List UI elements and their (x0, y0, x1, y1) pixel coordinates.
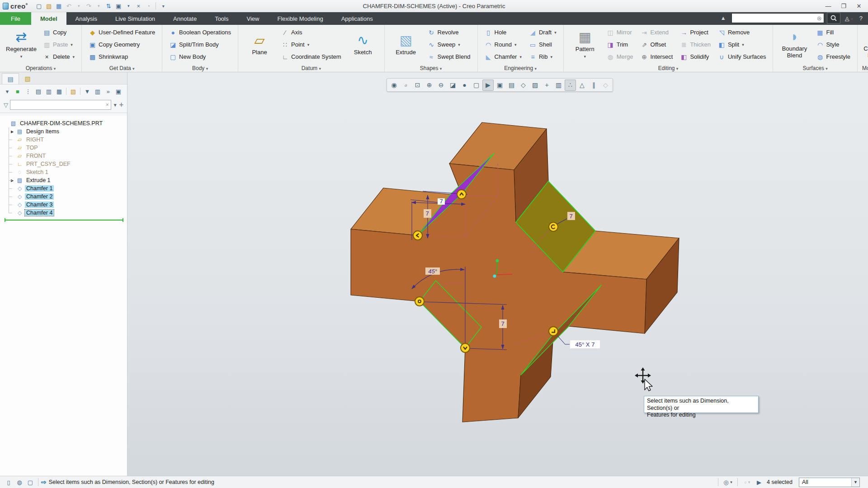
ribbon-button-axis[interactable]: ∕Axis (278, 26, 344, 38)
handle-origin[interactable] (415, 297, 424, 306)
new-file-icon[interactable]: ▢ (34, 1, 43, 10)
tab-applications[interactable]: Applications (332, 12, 382, 25)
tree-item-chamfer-2[interactable]: ◇Chamfer 2 (3, 192, 127, 201)
tab-tools[interactable]: Tools (206, 12, 237, 25)
ribbon-button-sketch[interactable]: ∿Sketch (345, 26, 381, 62)
dim-top-right[interactable]: 7 (569, 213, 572, 220)
ribbon-button-shrinkwrap[interactable]: ▩Shrinkwrap (85, 51, 158, 63)
design-review-icon[interactable]: ◔ (144, 1, 153, 10)
dim-br-label[interactable]: 45° X 7 (576, 341, 595, 348)
ribbon-button-unify-surfaces[interactable]: ∪Unify Surfaces (715, 51, 769, 63)
dim-angle-bl[interactable]: 45° (428, 268, 437, 275)
ribbon-button-project[interactable]: →Project (677, 26, 714, 38)
ribbon-button-fill[interactable]: ▦Fill (813, 26, 853, 38)
tree-columns-icon[interactable]: ▦ (55, 86, 64, 96)
ribbon-button-coordinate-system[interactable]: ∟Coordinate System (278, 51, 344, 63)
ribbon-button-hole[interactable]: ▯Hole (481, 26, 525, 38)
tree-filter-icon[interactable]: ▼ (83, 86, 92, 96)
combo-dropdown-icon[interactable]: ▼ (851, 478, 859, 487)
ribbon-button-plane[interactable]: ▱Plane (242, 26, 277, 62)
ribbon-button-draft[interactable]: ◢Draft▾ (526, 26, 560, 38)
help-button[interactable]: ? (858, 15, 864, 22)
find-icon[interactable]: ◎ ▾ (723, 478, 733, 487)
ribbon-button-new-body[interactable]: ▢New Body (166, 51, 234, 63)
ribbon-button-split-trim-body[interactable]: ◪Split/Trim Body (166, 38, 234, 51)
expand-tree-icon[interactable]: ▥ (44, 86, 53, 96)
insertion-indicator[interactable] (3, 218, 127, 222)
ribbon-button-offset[interactable]: ⇗Offset (637, 38, 676, 51)
ribbon-button-remove[interactable]: ◹Remove (715, 26, 769, 38)
add-filter-button[interactable]: + (119, 101, 123, 109)
ribbon-button-trim[interactable]: ◨Trim (604, 38, 637, 51)
graphics-area[interactable]: ◉◕⊡⊕⊖◪●▢▶▣▤◇▨+▥∴△∥◇ (127, 72, 868, 476)
save-icon[interactable]: ▦ (54, 1, 63, 10)
minimize-button[interactable]: — (822, 1, 835, 10)
ribbon-button-rib[interactable]: ≡Rib▾ (526, 51, 560, 63)
tree-item-extrude-1[interactable]: ▶▧Extrude 1 (3, 176, 127, 184)
filter-dropdown-icon[interactable]: ▼ (113, 103, 118, 108)
group-label-operations[interactable]: Operations ▾ (0, 65, 81, 71)
ribbon-button-copy[interactable]: ▤Copy (40, 26, 78, 38)
ribbon-button-extrude[interactable]: ▧Extrude (388, 26, 424, 62)
group-label-model-intent[interactable]: Model Intent ▾ (858, 65, 868, 71)
ribbon-button-component-interface[interactable]: ▣Component Interface (861, 26, 868, 62)
dropdown-icon[interactable]: ▾ (94, 1, 103, 10)
collapse-ribbon-button[interactable]: ▲ (718, 15, 729, 21)
group-label-editing[interactable]: Editing ▾ (564, 65, 773, 71)
tab-annotate[interactable]: Annotate (164, 12, 206, 25)
undo-icon[interactable]: ↶ (64, 1, 73, 10)
expand-icon[interactable]: ▶ (10, 130, 14, 134)
tree-item-sketch-1[interactable]: ◌Sketch 1 (3, 168, 127, 176)
ribbon-button-style[interactable]: ◠Style (813, 38, 853, 51)
command-search-input[interactable] (732, 14, 817, 22)
ribbon-button-sweep[interactable]: ∿Sweep▾ (425, 38, 474, 51)
tab-flexible-modeling[interactable]: Flexible Modeling (268, 12, 332, 25)
model-tree-tab[interactable]: ▤ (2, 73, 19, 84)
tab-view[interactable]: View (238, 12, 269, 25)
regenerate-list-icon[interactable]: ⇅ (104, 1, 113, 10)
ribbon-button-intersect[interactable]: ⊕Intersect (637, 51, 676, 63)
ribbon-button-chamfer[interactable]: ◣Chamfer▾ (481, 51, 525, 63)
open-file-icon[interactable]: ▧ (44, 1, 53, 10)
ribbon-button-revolve[interactable]: ↻Revolve (425, 26, 474, 38)
tree-item-chamfer-1[interactable]: ◇Chamfer 1 (3, 184, 127, 192)
tree-item-design-items[interactable]: ▶▤Design Items (3, 127, 127, 136)
ribbon-button-point[interactable]: ∷Point▾ (278, 38, 344, 51)
group-label-datum[interactable]: Datum ▾ (238, 65, 384, 71)
handle-rotate[interactable] (549, 222, 558, 231)
gear-icon[interactable]: ⊛ (817, 15, 824, 22)
group-label-get-data[interactable]: Get Data ▾ (82, 65, 162, 71)
dim-top-v[interactable]: 7 (425, 210, 429, 217)
restore-button[interactable]: ❐ (837, 1, 850, 10)
group-label-shapes[interactable]: Shapes ▾ (385, 65, 477, 71)
ribbon-button-user-defined-feature[interactable]: ◆User-Defined Feature (85, 26, 158, 38)
ribbon-button-freestyle[interactable]: ◍Freestyle (813, 51, 853, 63)
search-tool-button[interactable] (827, 13, 840, 23)
handle-corner[interactable] (549, 327, 558, 336)
dim-bl-v[interactable]: 7 (501, 320, 504, 327)
box-select-icon[interactable]: ▫ ▾ (742, 478, 752, 487)
folder-browser-tab[interactable]: ▧ (19, 73, 36, 84)
tree-item-chamfer-3[interactable]: ◇Chamfer 3 (3, 201, 127, 209)
group-label-surfaces[interactable]: Surfaces ▾ (773, 65, 857, 71)
redo-icon[interactable]: ↷ (84, 1, 93, 10)
tree-item-chamfer-4[interactable]: ◇Chamfer 4 (3, 209, 127, 217)
handle-up[interactable] (457, 190, 466, 199)
tree-item-right[interactable]: ▱RIGHT (3, 136, 127, 144)
window-icon[interactable]: ▣ (114, 1, 123, 10)
selection-filter-combo[interactable]: All ▼ (799, 478, 860, 487)
close-window-icon[interactable]: × (134, 1, 143, 10)
group-label-body[interactable]: Body ▾ (162, 65, 238, 71)
ribbon-button-pattern[interactable]: ▦Pattern▾ (567, 26, 603, 62)
ribbon-button-split[interactable]: ◧Split▾ (715, 38, 769, 51)
dropdown-icon[interactable]: ▾ (74, 1, 83, 10)
tree-item-top[interactable]: ▱TOP (3, 144, 127, 152)
dropdown-icon[interactable]: ▾ (124, 1, 133, 10)
ribbon-button-round[interactable]: ◠Round▾ (481, 38, 525, 51)
collapse-tree-icon[interactable]: ▤ (34, 86, 43, 96)
ribbon-button-swept-blend[interactable]: ≈Swept Blend (425, 51, 474, 63)
tab-file[interactable]: File (0, 12, 31, 25)
group-label-engineering[interactable]: Engineering ▾ (478, 65, 563, 71)
ribbon-button-boundary-blend[interactable]: ◗Boundary Blend (777, 26, 812, 62)
select-status-icon[interactable]: ▶ (754, 478, 764, 487)
